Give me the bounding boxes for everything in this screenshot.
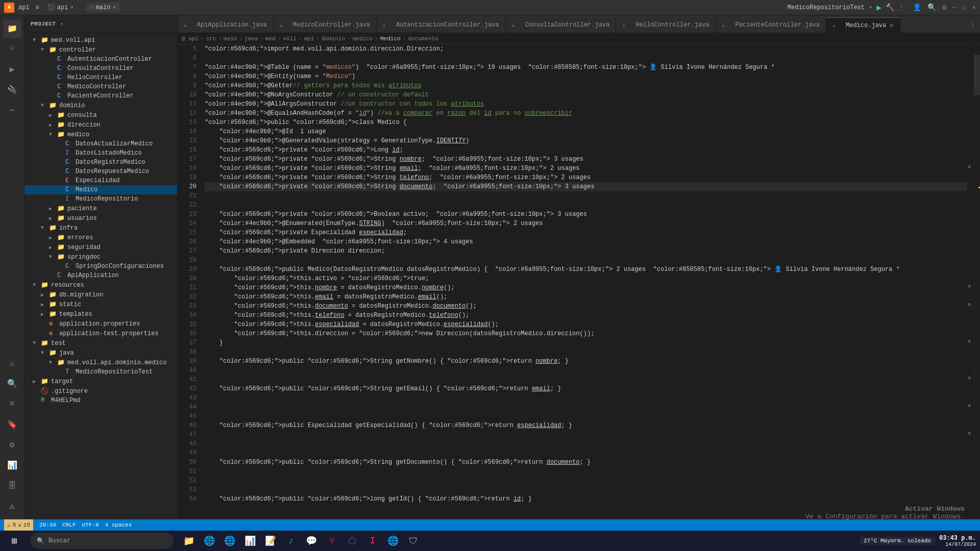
taskbar-idea[interactable]: I xyxy=(363,532,382,550)
tree-item-paciente-controller[interactable]: C PacienteController xyxy=(24,91,177,101)
breadcrumb-item[interactable]: @ api xyxy=(182,36,199,42)
breadcrumb-item[interactable]: med xyxy=(265,36,276,42)
tree-item-errores[interactable]: ▶ 📁 errores xyxy=(24,233,177,242)
run-icon[interactable]: ▶ xyxy=(3,60,21,79)
tree-item-medico-class[interactable]: C Medico xyxy=(24,185,177,194)
start-button[interactable]: ⊞ xyxy=(4,531,24,551)
project-selector[interactable]: ⬛ api ▾ xyxy=(47,4,74,11)
status-line-col[interactable]: 20:30 xyxy=(39,522,56,528)
breadcrumb-item[interactable]: documento xyxy=(408,36,438,42)
tree-item-controller[interactable]: ▼ 📁 controller xyxy=(24,45,177,55)
taskbar-file-explorer[interactable]: 📁 xyxy=(180,532,198,550)
tab-autenticacion-controller[interactable]: ☕ AutenticacionController.java xyxy=(377,17,506,33)
maximize-button[interactable]: ☐ xyxy=(963,4,966,11)
tree-item-usuarios[interactable]: ▶ 📁 usuarios xyxy=(24,213,177,223)
tree-item-resources[interactable]: ▼ 📁 resources xyxy=(24,280,177,290)
tree-item-target[interactable]: ▶ 📁 target xyxy=(24,377,177,386)
tab-api-application[interactable]: ☕ ApiApplication.java xyxy=(178,17,274,33)
tree-item-medico-repositorio-test[interactable]: T MedicoRepositorioTest xyxy=(24,367,177,377)
tabs-more-button[interactable]: ⋮ xyxy=(966,17,980,33)
tree-item-medico-folder[interactable]: ▼ 📁 medico xyxy=(24,130,177,139)
bookmarks-icon[interactable]: 🔖 xyxy=(3,415,21,434)
tree-item-test[interactable]: ▼ 📁 test xyxy=(24,338,177,348)
taskbar-whatsapp[interactable]: 💬 xyxy=(302,532,321,550)
taskbar-spotify[interactable]: ♪ xyxy=(282,532,300,550)
minimap[interactable] xyxy=(974,44,980,519)
breadcrumb-item[interactable]: Medico xyxy=(380,36,401,42)
status-eol[interactable]: CRLF xyxy=(62,522,76,528)
problems-icon[interactable]: ⚠ xyxy=(3,354,21,372)
code-content[interactable]: "color:#569cd6;">import med.voll.api.dom… xyxy=(201,44,967,519)
taskbar-word[interactable]: 📝 xyxy=(261,532,280,550)
tree-item-springdoc[interactable]: ▼ 📁 springdoc xyxy=(24,252,177,262)
tree-item-help-md[interactable]: M M4HELPmd xyxy=(24,396,177,405)
tree-item-static[interactable]: ▶ 📁 static xyxy=(24,299,177,309)
plugins-icon[interactable]: 🔌 xyxy=(3,81,21,99)
breadcrumb-item[interactable]: api xyxy=(304,36,314,42)
taskbar-browser2[interactable]: 🌐 xyxy=(384,532,402,550)
tree-item-direccion[interactable]: ▶ 📁 direccion xyxy=(24,120,177,130)
tree-item-db-migration[interactable]: ▶ 📁 db.migration xyxy=(24,290,177,299)
tree-item-datos-listado[interactable]: I DatosListadoMedico xyxy=(24,148,177,158)
tab-consulta-controller[interactable]: ☕ ConsultaController.java xyxy=(506,17,617,33)
tree-item-datos-registro[interactable]: C DatosRegistroMedico xyxy=(24,158,177,167)
breadcrumb-item[interactable]: dominio xyxy=(322,36,345,42)
tree-item-gitignore[interactable]: 🚫 .gitignore xyxy=(24,386,177,396)
tree-item-seguridad[interactable]: ▶ 📁 seguridad xyxy=(24,242,177,252)
tab-paciente-controller[interactable]: ☕ PacienteController.java xyxy=(716,17,826,33)
project-dropdown[interactable]: ▾ xyxy=(60,21,64,27)
run2-icon[interactable]: ⚙ xyxy=(3,436,21,454)
tree-item-consulta[interactable]: ▶ 📁 consulta xyxy=(24,110,177,120)
tree-item-templates[interactable]: ▶ 📁 templates xyxy=(24,309,177,319)
status-indent[interactable]: 4 spaces xyxy=(105,522,132,528)
branch-selector[interactable]: ⑂ main ▾ xyxy=(86,3,120,12)
notifications-icon[interactable]: ⚠ xyxy=(3,497,21,515)
tree-item-medico-repositorio[interactable]: I MedicoRepositorio xyxy=(24,194,177,204)
tree-item-app-test-properties[interactable]: ⚙ application-test.properties xyxy=(24,329,177,338)
breadcrumb-item[interactable]: src xyxy=(206,36,216,42)
tree-item-dominio[interactable]: ▼ 📁 dominio xyxy=(24,101,177,110)
more-icon[interactable]: ⋯ xyxy=(3,101,21,119)
tree-item-api-application[interactable]: C ApiApplication xyxy=(24,271,177,280)
breadcrumb-item[interactable]: java xyxy=(244,36,258,42)
tree-item-infra[interactable]: ▼ 📁 infra xyxy=(24,223,177,233)
tab-medico-controller[interactable]: ☕ MedicoController.java xyxy=(274,17,377,33)
taskbar-git[interactable]: ⑂ xyxy=(323,532,341,550)
git-icon[interactable]: ⑂ xyxy=(3,40,21,58)
explorer-icon[interactable]: 📁 xyxy=(3,19,21,38)
minimize-button[interactable]: — xyxy=(952,4,956,11)
status-charset[interactable]: UTF-8 xyxy=(82,522,99,528)
tab-close-button[interactable]: ✕ xyxy=(889,21,893,30)
tree-item-med-voll-api[interactable]: ▼ 📁 med.voll.api xyxy=(24,35,177,45)
taskbar-vscode[interactable]: ⬡ xyxy=(343,532,361,550)
more-button[interactable]: ⋮ xyxy=(898,4,904,11)
structure-icon[interactable]: ≡ xyxy=(3,395,21,413)
database-icon[interactable]: 🗄 xyxy=(3,477,21,495)
taskbar-search[interactable]: 🔍 Buscar xyxy=(31,533,174,549)
settings-icon[interactable]: ⚙ xyxy=(942,3,946,12)
tree-item-java[interactable]: ▼ 📁 java xyxy=(24,348,177,358)
tree-item-app-properties[interactable]: ⚙ application.properties xyxy=(24,319,177,329)
breadcrumb-item[interactable]: main xyxy=(224,36,237,42)
close-button[interactable]: ✕ xyxy=(972,4,976,11)
breadcrumb-item[interactable]: medico xyxy=(353,36,373,42)
status-warnings[interactable]: ⚠ 5 ✕ 15 xyxy=(4,519,33,531)
tree-item-autenticacion-controller[interactable]: C AutenticacionController xyxy=(24,55,177,64)
taskbar-chrome[interactable]: 🌐 xyxy=(200,532,218,550)
run-button[interactable]: ▶ xyxy=(876,3,881,13)
breadcrumb-item[interactable]: voll xyxy=(283,36,297,42)
tree-item-dominio-medico-test[interactable]: ▼ 📁 med.voll.api.dominio.medico xyxy=(24,358,177,367)
taskbar-excel[interactable]: 📊 xyxy=(241,532,259,550)
vcs-icon[interactable]: 👤 xyxy=(913,3,921,12)
build-button[interactable]: 🔨 xyxy=(886,3,894,12)
tree-item-hello-controller[interactable]: C HelloController xyxy=(24,73,177,82)
search-sidebar-icon[interactable]: 🔍 xyxy=(3,374,21,393)
menu-item[interactable]: api xyxy=(18,4,30,11)
tree-item-datos-actualizar[interactable]: C DatosActualizarMedico xyxy=(24,139,177,148)
tree-item-consulta-controller[interactable]: C ConsultaController xyxy=(24,64,177,73)
tree-item-medico-controller[interactable]: C MedicoController xyxy=(24,82,177,91)
tree-item-springdoc-config[interactable]: C SpringDocConfiguraciones xyxy=(24,262,177,271)
search-icon[interactable]: 🔍 xyxy=(927,3,936,12)
tree-item-paciente[interactable]: ▶ 📁 paciente xyxy=(24,204,177,213)
tree-item-especialidad[interactable]: E Especialidad xyxy=(24,176,177,185)
